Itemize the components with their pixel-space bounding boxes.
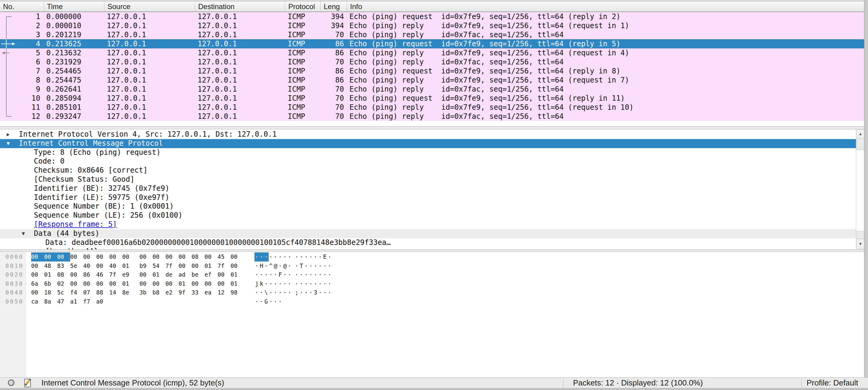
hex-byte[interactable]: b8	[153, 288, 165, 297]
hex-byte[interactable]: 07	[83, 288, 96, 297]
hex-row-0020[interactable]: 00200001080086467fe90001deadbeef0001····…	[0, 270, 864, 279]
hex-byte[interactable]: 12	[218, 288, 230, 297]
hex-byte[interactable]: ef	[205, 270, 218, 279]
hex-ascii-char[interactable]: ·	[273, 288, 278, 297]
packet-row-10[interactable]: 100.285094127.0.0.1127.0.0.1ICMP70Echo (…	[0, 94, 864, 103]
hex-byte[interactable]: 8e	[122, 288, 135, 297]
hex-ascii-char[interactable]: ·	[309, 253, 313, 261]
hex-ascii-char[interactable]: ·	[283, 288, 287, 297]
collapse-arrow-icon[interactable]: ▶	[7, 130, 10, 139]
hex-ascii-char[interactable]: ·	[264, 279, 269, 288]
packet-row-12[interactable]: 120.293247127.0.0.1127.0.0.1ICMP70Echo (…	[0, 112, 864, 121]
hex-byte[interactable]: ea	[205, 288, 218, 297]
hex-ascii-char[interactable]: ·	[254, 261, 259, 270]
hex-ascii-char[interactable]: ·	[287, 288, 292, 297]
hex-byte[interactable]: f7	[83, 297, 96, 306]
column-header-info[interactable]: Info	[347, 0, 864, 11]
hex-byte[interactable]: 47	[57, 297, 70, 306]
hex-byte[interactable]: 88	[96, 288, 109, 297]
detail-row-4[interactable]: Checksum: 0x8646 [correct]	[0, 166, 856, 175]
hex-byte[interactable]: 00	[57, 253, 70, 261]
packetlist-details-splitter[interactable]	[0, 126, 864, 129]
hex-byte[interactable]: e2	[165, 288, 179, 297]
hex-byte[interactable]: a1	[70, 297, 83, 306]
hex-ascii-char[interactable]: ·	[299, 253, 304, 261]
expand-arrow-icon[interactable]: ▼	[7, 139, 10, 148]
hex-ascii-char[interactable]: ·	[287, 261, 292, 270]
packet-row-11[interactable]: 110.285101127.0.0.1127.0.0.1ICMP70Echo (…	[0, 103, 864, 112]
hex-byte[interactable]: 7f	[109, 270, 122, 279]
details-scrollbar[interactable]: ▲ ▼	[856, 129, 864, 250]
hex-ascii-char[interactable]: T	[299, 261, 304, 270]
hex-ascii-char[interactable]: ·	[304, 288, 309, 297]
hex-byte[interactable]: 00	[218, 270, 230, 279]
column-header-length[interactable]: Length	[321, 0, 347, 11]
statusbar-separator[interactable]	[563, 379, 564, 387]
hex-ascii-char[interactable]: ·	[254, 288, 259, 297]
hex-byte[interactable]: 00	[31, 253, 44, 261]
hex-byte[interactable]: 7f	[165, 261, 179, 270]
hex-byte[interactable]: 8a	[44, 297, 57, 306]
hex-row-0040[interactable]: 004000105cf40788148e3bb8e29f33ea1298··\·…	[0, 288, 864, 297]
column-header-source[interactable]: Source	[104, 0, 195, 11]
hex-ascii-char[interactable]: ·	[269, 279, 274, 288]
hex-ascii-char[interactable]: ·	[294, 253, 299, 261]
hex-byte[interactable]: 00	[179, 253, 191, 261]
hex-ascii-char[interactable]: ·	[273, 253, 278, 261]
hex-ascii-char[interactable]: ·	[309, 261, 313, 270]
hex-ascii-char[interactable]: ·	[327, 261, 332, 270]
hex-byte[interactable]: 08	[191, 253, 205, 261]
packet-row-2[interactable]: 20.000010127.0.0.1127.0.0.1ICMP394Echo (…	[0, 21, 864, 30]
hex-byte[interactable]: 00	[153, 279, 165, 288]
hex-ascii-char[interactable]: G	[264, 297, 269, 306]
hex-ascii-char[interactable]: ·	[299, 279, 304, 288]
details-hex-splitter[interactable]	[0, 250, 864, 252]
hex-byte[interactable]: 00	[140, 279, 153, 288]
hex-byte[interactable]: 98	[230, 288, 244, 297]
hex-byte[interactable]: 01	[205, 261, 218, 270]
hex-ascii-char[interactable]: ;	[294, 288, 299, 297]
hex-byte[interactable]: 00	[230, 261, 244, 270]
scroll-down-button[interactable]: ▼	[857, 239, 864, 249]
hex-ascii-char[interactable]: ·	[273, 297, 278, 306]
hex-byte[interactable]: 01	[44, 270, 57, 279]
hex-byte[interactable]: 01	[153, 270, 165, 279]
hex-byte[interactable]: 45	[218, 253, 230, 261]
hex-ascii-char[interactable]: ·	[278, 297, 283, 306]
hex-byte[interactable]: 00	[230, 253, 244, 261]
hex-byte[interactable]: 46	[96, 270, 109, 279]
hex-byte[interactable]: 00	[70, 253, 83, 261]
hex-ascii-char[interactable]: E	[322, 253, 327, 261]
hex-ascii-char[interactable]: ·	[318, 261, 323, 270]
hex-byte[interactable]: 00	[191, 279, 205, 288]
hex-ascii-char[interactable]: ·	[273, 279, 278, 288]
hex-ascii-char[interactable]: ·	[273, 270, 278, 279]
hex-ascii-char[interactable]: ·	[318, 253, 323, 261]
detail-row-2[interactable]: Type: 8 (Echo (ping) request)	[0, 148, 856, 157]
hex-row-0000[interactable]: 000000000000000000000000000008004500····…	[0, 253, 864, 261]
hex-ascii-char[interactable]: ·	[278, 279, 283, 288]
hex-ascii-char[interactable]: ·	[264, 253, 269, 261]
hex-byte[interactable]: ad	[179, 270, 191, 279]
hex-ascii-char[interactable]: ^	[269, 261, 274, 270]
hex-byte[interactable]: 5e	[70, 261, 83, 270]
hex-byte[interactable]: de	[165, 270, 179, 279]
detail-row-10[interactable]: [Response frame: 5]	[0, 220, 856, 229]
hex-byte[interactable]: 08	[57, 270, 70, 279]
hex-byte[interactable]: 00	[83, 253, 96, 261]
capture-comment-icon[interactable]	[24, 379, 31, 387]
hex-byte[interactable]: 54	[153, 261, 165, 270]
hex-ascii-char[interactable]: ·	[304, 261, 309, 270]
detail-row-0[interactable]: ▶Internet Protocol Version 4, Src: 127.0…	[0, 130, 856, 139]
hex-byte[interactable]: 00	[122, 253, 135, 261]
hex-ascii-char[interactable]: ·	[278, 288, 283, 297]
packet-row-8[interactable]: 80.254475127.0.0.1127.0.0.1ICMP86Echo (p…	[0, 75, 864, 85]
hex-byte[interactable]: 40	[83, 261, 96, 270]
hex-ascii-char[interactable]: ·	[309, 279, 313, 288]
hex-ascii-char[interactable]: ·	[294, 261, 299, 270]
hex-byte[interactable]: 83	[57, 261, 70, 270]
hex-ascii-char[interactable]: ·	[287, 279, 292, 288]
hex-byte[interactable]: 00	[109, 253, 122, 261]
expand-arrow-icon[interactable]: ▼	[22, 229, 25, 238]
hex-ascii-char[interactable]: ·	[322, 279, 327, 288]
